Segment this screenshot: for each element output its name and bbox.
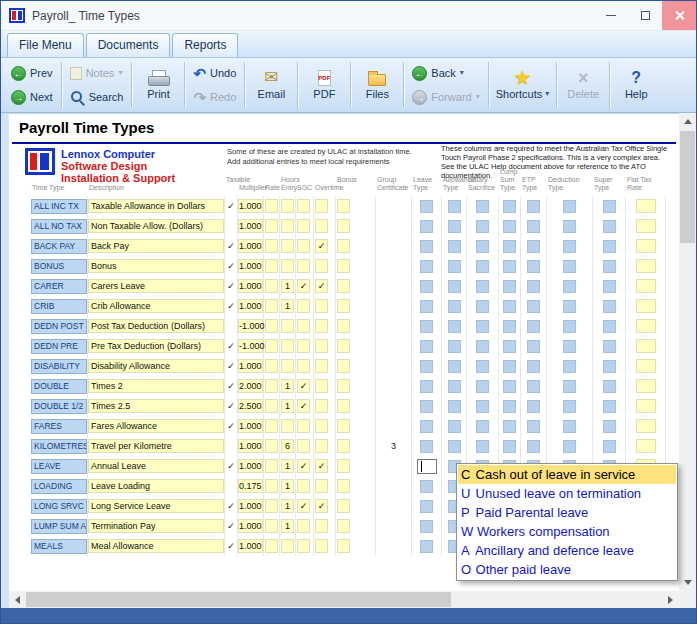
cell-sgc[interactable] bbox=[296, 196, 314, 216]
cell-time_type[interactable]: BONUS bbox=[31, 256, 88, 276]
cell-etp_type[interactable] bbox=[521, 336, 547, 356]
cell-time_type[interactable]: ALL NO TAX bbox=[31, 216, 88, 236]
cell-allowance_type[interactable] bbox=[442, 396, 467, 416]
cell-allowance_type[interactable] bbox=[442, 196, 467, 216]
scroll-right-button[interactable] bbox=[662, 591, 679, 608]
cell-rate[interactable] bbox=[264, 516, 280, 536]
cell-etp_type[interactable] bbox=[521, 356, 547, 376]
undo-button[interactable]: ↶ Undo bbox=[188, 62, 241, 85]
cell-etp_type[interactable] bbox=[521, 216, 547, 236]
cell-taxable[interactable]: ✓ bbox=[225, 236, 238, 256]
cell-flat_tax_rate[interactable] bbox=[626, 196, 666, 216]
cell-super_type[interactable] bbox=[593, 296, 626, 316]
cell-taxable[interactable] bbox=[225, 436, 238, 456]
cell-time_type[interactable]: DEDN POST bbox=[31, 316, 88, 336]
cell-bonus[interactable] bbox=[336, 216, 376, 236]
cell-group_certificate[interactable] bbox=[376, 376, 412, 396]
cell-group_certificate[interactable] bbox=[376, 516, 412, 536]
cell-deduction_type[interactable] bbox=[547, 316, 593, 336]
cell-flat_tax_rate[interactable] bbox=[626, 336, 666, 356]
menu-item-file[interactable]: File Menu bbox=[7, 33, 84, 57]
cell-taxable[interactable] bbox=[225, 216, 238, 236]
cell-overtime[interactable]: ✓ bbox=[314, 236, 336, 256]
cell-leave_type[interactable] bbox=[412, 296, 442, 316]
cell-overtime[interactable] bbox=[314, 436, 336, 456]
cell-etp_type[interactable] bbox=[521, 376, 547, 396]
cell-sgc[interactable] bbox=[296, 296, 314, 316]
cell-overtime[interactable] bbox=[314, 196, 336, 216]
cell-super_type[interactable] bbox=[593, 396, 626, 416]
cell-allowance_type[interactable] bbox=[442, 436, 467, 456]
cell-rate[interactable] bbox=[264, 476, 280, 496]
cell-leave_type[interactable] bbox=[412, 256, 442, 276]
redo-button[interactable]: ↷ Redo bbox=[188, 86, 241, 109]
cell-taxable[interactable] bbox=[225, 316, 238, 336]
cell-group_certificate[interactable] bbox=[376, 216, 412, 236]
cell-deduction_type[interactable] bbox=[547, 356, 593, 376]
cell-hours_entry[interactable]: 1 bbox=[280, 456, 296, 476]
cell-lump_sum_type[interactable] bbox=[499, 316, 521, 336]
cell-description[interactable]: Disability Allowance bbox=[88, 356, 225, 376]
cell-time_type[interactable]: BACK PAY bbox=[31, 236, 88, 256]
cell-taxable[interactable]: ✓ bbox=[225, 416, 238, 436]
print-button[interactable]: Print bbox=[135, 60, 181, 110]
cell-allowance_type[interactable] bbox=[442, 276, 467, 296]
cell-rate[interactable] bbox=[264, 196, 280, 216]
cell-super_type[interactable] bbox=[593, 276, 626, 296]
cell-bonus[interactable] bbox=[336, 336, 376, 356]
cell-flat_tax_rate[interactable] bbox=[626, 396, 666, 416]
menu-item-documents[interactable]: Documents bbox=[86, 33, 171, 57]
menu-item-reports[interactable]: Reports bbox=[172, 33, 238, 57]
cell-taxable[interactable]: ✓ bbox=[225, 516, 238, 536]
cell-leave_type[interactable] bbox=[412, 516, 442, 536]
cell-overtime[interactable] bbox=[314, 316, 336, 336]
cell-description[interactable]: Travel per Kilometre bbox=[88, 436, 225, 456]
cell-sgc[interactable]: ✓ bbox=[296, 376, 314, 396]
cell-rate[interactable] bbox=[264, 456, 280, 476]
cell-overtime[interactable] bbox=[314, 216, 336, 236]
cell-lump_sum_type[interactable] bbox=[499, 416, 521, 436]
cell-description[interactable]: Long Service Leave bbox=[88, 496, 225, 516]
cell-time_type[interactable]: ALL INC TX bbox=[31, 196, 88, 216]
cell-sgc[interactable] bbox=[296, 216, 314, 236]
cell-leave_type[interactable] bbox=[412, 216, 442, 236]
cell-multiplier[interactable]: 1.000 bbox=[238, 496, 264, 516]
cell-taxable[interactable] bbox=[225, 476, 238, 496]
cell-super_type[interactable] bbox=[593, 196, 626, 216]
cell-flat_tax_rate[interactable] bbox=[626, 356, 666, 376]
cell-description[interactable]: Times 2.5 bbox=[88, 396, 225, 416]
cell-etp_type[interactable] bbox=[521, 396, 547, 416]
cell-flat_tax_rate[interactable] bbox=[626, 436, 666, 456]
vertical-scrollbar[interactable] bbox=[679, 113, 696, 591]
cell-bonus[interactable] bbox=[336, 476, 376, 496]
cell-bonus[interactable] bbox=[336, 356, 376, 376]
cell-hours_entry[interactable]: 1 bbox=[280, 376, 296, 396]
cell-sgc[interactable] bbox=[296, 336, 314, 356]
cell-super_type[interactable] bbox=[593, 376, 626, 396]
cell-salary_sacrifice[interactable] bbox=[467, 396, 499, 416]
cell-deduction_type[interactable] bbox=[547, 216, 593, 236]
cell-etp_type[interactable] bbox=[521, 236, 547, 256]
delete-button[interactable]: × Delete bbox=[560, 60, 606, 110]
dropdown-item-P[interactable]: P Paid Parental leave bbox=[458, 503, 676, 522]
cell-hours_entry[interactable] bbox=[280, 316, 296, 336]
cell-deduction_type[interactable] bbox=[547, 416, 593, 436]
cell-deduction_type[interactable] bbox=[547, 336, 593, 356]
cell-group_certificate[interactable]: 3 bbox=[376, 436, 412, 456]
cell-allowance_type[interactable] bbox=[442, 236, 467, 256]
cell-bonus[interactable] bbox=[336, 416, 376, 436]
cell-flat_tax_rate[interactable] bbox=[626, 316, 666, 336]
cell-sgc[interactable] bbox=[296, 416, 314, 436]
cell-description[interactable]: Fares Allowance bbox=[88, 416, 225, 436]
cell-leave_type[interactable] bbox=[412, 196, 442, 216]
cell-deduction_type[interactable] bbox=[547, 276, 593, 296]
cell-group_certificate[interactable] bbox=[376, 256, 412, 276]
cell-super_type[interactable] bbox=[593, 236, 626, 256]
cell-group_certificate[interactable] bbox=[376, 416, 412, 436]
cell-deduction_type[interactable] bbox=[547, 296, 593, 316]
cell-salary_sacrifice[interactable] bbox=[467, 376, 499, 396]
cell-super_type[interactable] bbox=[593, 336, 626, 356]
cell-hours_entry[interactable] bbox=[280, 416, 296, 436]
scroll-left-button[interactable] bbox=[9, 591, 26, 608]
cell-time_type[interactable]: DOUBLE 1/2 bbox=[31, 396, 88, 416]
